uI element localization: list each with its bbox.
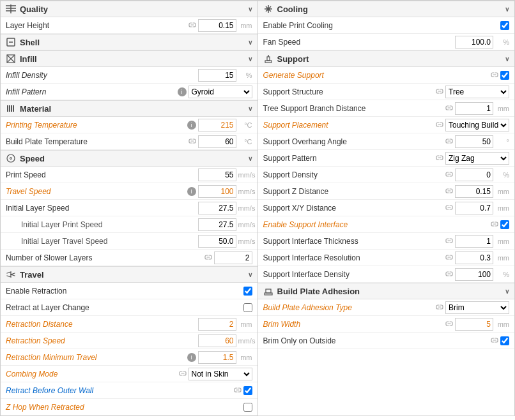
row-label: Number of Slower Layers [6,253,204,262]
checkbox-input[interactable] [500,336,509,345]
chevron-icon[interactable]: ∨ [248,155,252,162]
link-icon[interactable] [445,187,453,196]
value-input[interactable] [198,334,236,347]
link-icon[interactable] [234,386,242,395]
link-icon[interactable] [445,270,453,279]
chevron-icon[interactable]: ∨ [505,56,509,63]
section-header-quality[interactable]: Quality∨ [1,1,258,17]
row-controls [491,220,509,229]
value-input[interactable] [455,135,493,148]
value-input[interactable] [455,235,493,248]
chevron-icon[interactable]: ∨ [505,288,509,295]
info-icon[interactable]: i [187,121,196,130]
value-input[interactable] [455,36,493,49]
settings-row: Retraction Minimum Travelimm [1,349,258,366]
chevron-icon[interactable]: ∨ [505,6,509,13]
select-input[interactable]: Zig Zag [445,152,509,165]
section-header-travel[interactable]: Travel∨ [1,266,258,283]
value-input[interactable] [198,351,236,364]
value-input[interactable] [198,69,236,82]
link-icon[interactable] [436,303,443,312]
value-input[interactable] [198,119,236,131]
value-input[interactable] [198,235,236,248]
link-icon[interactable] [445,170,453,179]
value-input[interactable] [198,202,236,214]
settings-row: Brim Width mm [258,316,515,333]
select-input[interactable]: Brim [445,301,509,314]
link-icon[interactable] [179,370,187,379]
value-input[interactable] [455,268,493,281]
checkbox-input[interactable] [243,403,252,412]
section-header-shell[interactable]: Shell∨ [1,34,258,50]
link-icon[interactable] [436,121,443,130]
row-label: Z Hop When Retracted [6,403,243,412]
section-label-speed: Speed [20,154,45,163]
section-header-infill[interactable]: Infill∨ [1,50,258,67]
checkbox-input[interactable] [500,220,509,229]
settings-row: Support Structure Tree [258,84,515,100]
value-input[interactable] [198,218,236,231]
value-input[interactable] [198,19,236,32]
svg-rect-42 [266,289,271,293]
value-input[interactable] [455,251,493,264]
chevron-icon[interactable]: ∨ [248,271,252,278]
link-icon[interactable] [445,137,453,146]
support-section-icon [263,54,273,64]
link-icon[interactable] [445,253,453,262]
settings-row: Z Hop When Retracted [1,399,258,416]
section-header-material[interactable]: Material∨ [1,100,258,117]
select-input[interactable]: Touching Buildpl... [445,119,509,131]
checkbox-input[interactable] [243,303,252,312]
value-input[interactable] [455,318,493,331]
chevron-icon[interactable]: ∨ [248,56,252,63]
value-input[interactable] [455,202,493,214]
checkbox-input[interactable] [243,386,252,395]
chevron-icon[interactable]: ∨ [248,105,252,112]
info-icon[interactable]: i [187,187,196,196]
value-input[interactable] [198,185,236,198]
link-icon[interactable] [445,320,453,329]
info-icon[interactable]: i [178,87,187,96]
value-input[interactable] [455,185,493,198]
chevron-icon[interactable]: ∨ [248,6,252,13]
row-label: Infill Density [6,71,198,80]
row-label: Generate Support [263,71,491,80]
value-input[interactable] [455,102,493,115]
value-input[interactable] [198,135,236,148]
settings-row: Number of Slower Layers [1,250,258,266]
value-input[interactable] [455,169,493,181]
row-controls: mm/s [198,218,252,231]
link-icon[interactable] [445,104,453,113]
link-icon[interactable] [188,21,196,30]
link-icon[interactable] [491,220,498,229]
select-input[interactable]: Tree [445,86,509,98]
link-icon[interactable] [436,154,443,163]
row-controls [243,403,252,412]
checkbox-input[interactable] [500,71,509,80]
section-header-adhesion[interactable]: Build Plate Adhesion∨ [258,283,515,299]
info-icon[interactable]: i [187,353,196,362]
link-icon[interactable] [491,336,498,345]
section-header-cooling[interactable]: Cooling∨ [258,1,515,17]
select-input[interactable]: Gyroid [188,86,252,98]
section-label-adhesion: Build Plate Adhesion [277,287,360,296]
section-label-quality: Quality [20,4,48,14]
checkbox-input[interactable] [243,287,252,296]
link-icon[interactable] [491,71,498,80]
checkbox-input[interactable] [500,21,509,30]
section-header-speed[interactable]: Speed∨ [1,150,258,167]
row-controls [491,71,509,80]
link-icon[interactable] [436,87,443,96]
row-label: Support Interface Resolution [263,253,446,262]
chevron-icon[interactable]: ∨ [248,39,252,46]
settings-row: Retract Before Outer Wall [1,382,258,399]
select-input[interactable]: Not in Skin [188,368,252,380]
value-input[interactable] [198,318,236,331]
section-header-support[interactable]: Support∨ [258,50,515,67]
value-input[interactable] [214,251,252,264]
link-icon[interactable] [445,237,453,246]
link-icon[interactable] [445,204,453,213]
link-icon[interactable] [204,253,212,262]
value-input[interactable] [198,169,236,181]
link-icon[interactable] [188,137,196,146]
